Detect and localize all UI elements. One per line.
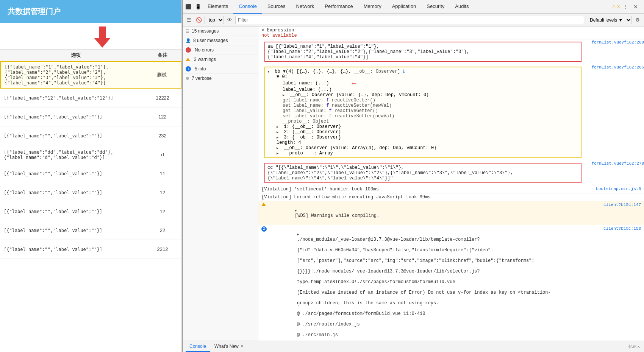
msg-all-label: 15 messages <box>192 28 219 34</box>
violation-1-source[interactable]: bootstrap.min.js:6 <box>592 187 641 191</box>
tab-sources[interactable]: Sources <box>262 0 291 14</box>
error-icon: ✕ <box>186 47 191 53</box>
warn-icon <box>186 58 190 61</box>
expression-value: not available <box>261 33 297 38</box>
sidebar-toggle-icon[interactable]: ☰ <box>185 16 193 24</box>
info-2-source[interactable]: client?b15c:153 <box>600 226 641 231</box>
violation-1-text: [Violation] 'setTimeout' handler took 10… <box>261 187 592 192</box>
cell-option: [{"label_name":"","label_value":""}] <box>4 190 147 195</box>
tab-application[interactable]: Application <box>387 0 422 14</box>
tab-memory[interactable]: Memory <box>358 0 387 14</box>
cell-remark: 232 <box>147 133 178 139</box>
console-content: ☰ 15 messages 👤 8 user messages ✕ No err… <box>183 26 644 341</box>
devtools-panel: ⬛ 📱 Elements Console Sources Network Per… <box>182 0 644 352</box>
cell-option: [{"label_name":"12","label_value":"12"}] <box>4 95 147 101</box>
table-row[interactable]: [{"label_name":"","label_value":""}]2312 <box>0 240 181 259</box>
expression-area: ✕ Expression not available <box>258 26 644 39</box>
table-row[interactable]: [{"label_name":"dd","label_value":"dd"},… <box>0 145 181 164</box>
cell-remark: 12 <box>147 190 178 195</box>
cell-remark: 12222 <box>147 95 178 101</box>
table-body: [{"label_name":"1","label_value":"1"}, {… <box>0 61 181 352</box>
level-selector[interactable]: Default levels ▼ <box>586 16 632 24</box>
table-row[interactable]: [{"label_name":"","label_value":""}]22 <box>0 221 181 240</box>
cell-option: [{"label_name":"","label_value":""}] <box>4 228 147 233</box>
user-icon: 👤 <box>186 38 191 43</box>
table-row[interactable]: [{"label_name":"","label_value":""}]12 <box>0 202 181 221</box>
tab-elements[interactable]: Elements <box>202 0 233 14</box>
cell-option: [{"label_name":"","label_value":""}] <box>4 133 147 139</box>
bb-item0: ▼ 0: label_name: (...) ← label_value: (.… <box>267 74 578 156</box>
list-icon: ☰ <box>186 29 189 34</box>
info-2-entry: 2 ./node_modules/_vue-loader@13.7.3@vue-… <box>258 225 644 341</box>
bottom-tab-console[interactable]: Console <box>186 341 210 352</box>
msg-warnings[interactable]: 3 warnings <box>183 55 258 64</box>
info-icon: i <box>186 66 191 72</box>
console-log-area: ✕ Expression not available aa [{"label_n… <box>258 26 644 341</box>
left-panel: 共数据管理门户 选项 备注 [{"label_name":"1","label_… <box>0 0 182 352</box>
bottom-tab-whatsnew[interactable]: What's New ✕ <box>211 341 247 352</box>
close-devtools-icon[interactable]: ✕ <box>632 3 639 11</box>
watermark: 亿速云 <box>628 344 641 349</box>
table-row[interactable]: [{"label_name":"","label_value":""}]122 <box>0 107 181 126</box>
bb-source[interactable]: formList.vue?f162:265 <box>588 65 644 70</box>
cell-remark: 122 <box>147 114 178 120</box>
tab-performance[interactable]: Performance <box>319 0 358 14</box>
warning-badge: ⚠ 3 <box>612 4 620 9</box>
bottom-tab-bar: Console What's New ✕ 亿速云 <box>183 341 644 352</box>
cell-option: [{"label_name":"","label_value":""}] <box>4 209 147 214</box>
expression-label: ✕ Expression <box>261 28 294 33</box>
aa-text: aa [{"label_name":"1","label_value":"1"}… <box>267 44 469 60</box>
msg-errors[interactable]: ✕ No errors <box>183 45 258 55</box>
arrow-indicator <box>0 23 181 49</box>
table-row[interactable]: [{"label_name":"","label_value":""}]232 <box>0 126 181 145</box>
violation-2-text: [Violation] Forced reflow while executin… <box>261 195 641 200</box>
console-toolbar: ☰ 🚫 top 👁 Default levels ▼ ⚙ <box>183 14 644 26</box>
clear-console-icon[interactable]: 🚫 <box>195 16 203 24</box>
devtools-mobile-icon[interactable]: 📱 <box>194 3 202 11</box>
violation-1: [Violation] 'setTimeout' handler took 10… <box>258 185 644 193</box>
msg-verbose[interactable]: ⚙ 7 verbose <box>183 74 258 83</box>
cell-option: [{"label_name":"1","label_value":"1"}, {… <box>5 64 147 86</box>
cell-remark: 测试 <box>147 72 177 78</box>
col-option-header: 选项 <box>4 52 147 59</box>
cell-option: [{"label_name":"","label_value":""}] <box>4 171 147 176</box>
more-options-icon[interactable]: ⋮ <box>622 3 630 11</box>
app-header: 共数据管理门户 <box>0 0 181 23</box>
verbose-icon: ⚙ <box>186 76 189 81</box>
msg-user-label: 8 user messages <box>193 38 228 43</box>
whatsnew-close-icon[interactable]: ✕ <box>240 344 244 349</box>
eye-icon[interactable]: 👁 <box>225 16 234 24</box>
msg-info[interactable]: i 5 info <box>183 64 258 74</box>
cc-source[interactable]: formList.vue?f162:270 <box>588 161 644 166</box>
msg-warnings-label: 3 warnings <box>194 57 216 62</box>
bb-expand-arrow[interactable] <box>267 69 272 74</box>
table-row[interactable]: [{"label_name":"12","label_value":"12"}]… <box>0 89 181 107</box>
table-row[interactable]: [{"label_name":"1","label_value":"1"}, {… <box>0 61 181 89</box>
violation-2: [Violation] Forced reflow while executin… <box>258 193 644 201</box>
tab-network[interactable]: Network <box>291 0 320 14</box>
cell-remark: 2312 <box>147 246 178 252</box>
cell-remark: 22 <box>147 227 178 233</box>
wds-source[interactable]: client?b15c:147 <box>600 202 641 207</box>
context-selector[interactable]: top <box>205 16 224 24</box>
msg-info-label: 5 info <box>195 66 206 72</box>
table-row[interactable]: [{"label_name":"","label_value":""}]12 <box>0 183 181 202</box>
col-remark-header: 备注 <box>147 52 178 59</box>
settings-icon[interactable]: ⚙ <box>633 16 642 24</box>
table-header: 选项 备注 <box>0 49 181 61</box>
table-row[interactable]: [{"label_name":"","label_value":""}]11 <box>0 164 181 183</box>
bb-info-btn[interactable]: ℹ <box>403 69 405 74</box>
console-bb-box: bb ▼(4) [{…}, {…}, {…}, {…}, __ob__: Obs… <box>264 67 581 158</box>
filter-input[interactable] <box>235 16 584 24</box>
tab-audits[interactable]: Audits <box>450 0 474 14</box>
wds-warning: [WDS] Warnings while compiling. client?b… <box>258 201 644 225</box>
cell-remark: d <box>147 152 178 157</box>
aa-source[interactable]: formList.vue?f162:260 <box>588 40 644 45</box>
info-2-text: ./node_modules/_vue-loader@13.7.3@vue-lo… <box>270 226 600 341</box>
tab-security[interactable]: Security <box>421 0 450 14</box>
devtools-dock-icon[interactable]: ⬛ <box>184 3 192 11</box>
cell-option: [{"label_name":"","label_value":""}] <box>4 247 147 252</box>
tab-console[interactable]: Console <box>233 0 262 14</box>
msg-all[interactable]: ☰ 15 messages <box>183 26 258 36</box>
msg-user[interactable]: 👤 8 user messages <box>183 36 258 45</box>
